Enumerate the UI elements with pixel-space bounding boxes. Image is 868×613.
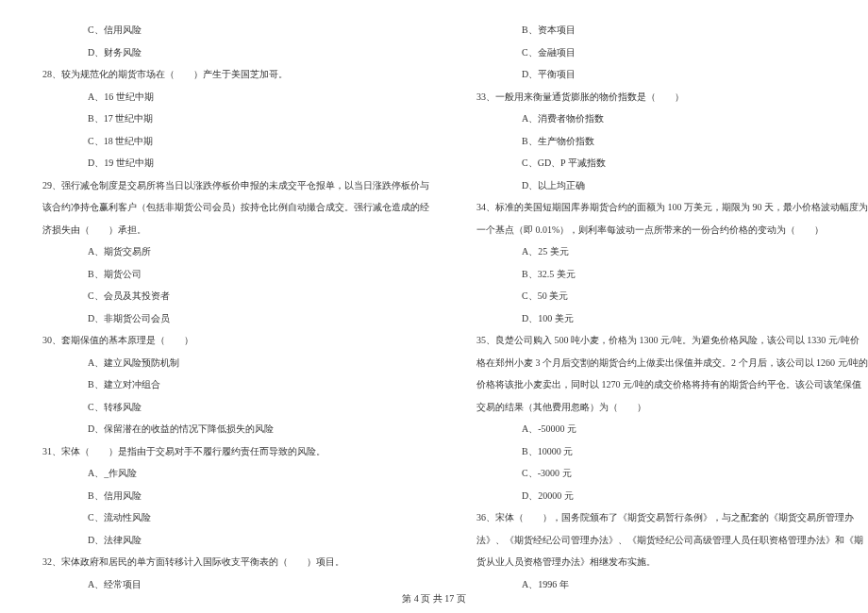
q33-option-b: B、生产物价指数 bbox=[476, 130, 868, 153]
q35-stem-line1: 35、良楚公司购入 500 吨小麦，价格为 1300 元/吨。为避免价格风险，该… bbox=[476, 329, 868, 352]
q27-option-d: D、财务风险 bbox=[42, 41, 429, 64]
q35-option-a: A、-50000 元 bbox=[476, 418, 868, 440]
q30-option-c: C、转移风险 bbox=[42, 396, 429, 419]
q29-stem-line1: 29、强行减仓制度是交易所将当日以涨跌停板价申报的未成交平仓报单，以当日涨跌停板… bbox=[42, 174, 429, 197]
q29-option-d: D、非期货公司会员 bbox=[42, 307, 429, 330]
q30-option-a: A、建立风险预防机制 bbox=[42, 352, 429, 374]
q28-option-c: C、18 世纪中期 bbox=[42, 130, 429, 153]
q31-option-c: C、流动性风险 bbox=[42, 506, 429, 529]
q31-stem: 31、宋体（ ）是指由于交易对手不履行履约责任而导致的风险。 bbox=[42, 440, 429, 463]
q35-stem-line4: 交易的结果（其他费用忽略）为（ ） bbox=[476, 396, 868, 419]
q36-stem-line2: 法》、《期货经纪公司管理办法》、《期货经纪公司高级管理人员任职资格管理办法》和《… bbox=[476, 529, 868, 552]
q31-option-b: B、信用风险 bbox=[42, 485, 429, 507]
left-column: C、信用风险 D、财务风险 28、较为规范化的期货市场在（ ）产生于美国芝加哥。… bbox=[28, 19, 453, 556]
q35-option-b: B、10000 元 bbox=[476, 440, 868, 463]
q28-option-a: A、16 世纪中期 bbox=[42, 86, 429, 108]
q34-option-a: A、25 美元 bbox=[476, 240, 868, 263]
q35-stem-line2: 格在郑州小麦 3 个月后交割的期货合约上做卖出保值并成交。2 个月后，该公司以 … bbox=[476, 352, 868, 374]
q31-option-d: D、法律风险 bbox=[42, 529, 429, 552]
q31-option-a: A、_作风险 bbox=[42, 462, 429, 485]
q36-stem-line1: 36、宋体（ ），国务院颁布了《期货交易暂行条例》，与之配套的《期货交易所管理办 bbox=[476, 506, 868, 529]
q28-option-d: D、19 世纪中期 bbox=[42, 152, 429, 174]
q27-option-c: C、信用风险 bbox=[42, 19, 429, 41]
q29-option-c: C、会员及其投资者 bbox=[42, 285, 429, 307]
page-body: C、信用风险 D、财务风险 28、较为规范化的期货市场在（ ）产生于美国芝加哥。… bbox=[0, 0, 868, 585]
q34-stem-line1: 34、标准的美国短期国库券期货合约的面额为 100 万美元，期限为 90 天，最… bbox=[476, 196, 868, 219]
q29-option-a: A、期货交易所 bbox=[42, 240, 429, 263]
q28-stem: 28、较为规范化的期货市场在（ ）产生于美国芝加哥。 bbox=[42, 63, 429, 86]
q34-option-c: C、50 美元 bbox=[476, 285, 868, 307]
q34-option-b: B、32.5 美元 bbox=[476, 263, 868, 286]
q30-stem: 30、套期保值的基本原理是（ ） bbox=[42, 329, 429, 352]
q29-stem-line2: 该合约净持仓赢利客户（包括非期货公司会员）按持仓比例自动撮合成交。强行减仓造成的… bbox=[42, 196, 429, 219]
q32-option-c: C、金融项目 bbox=[476, 41, 868, 64]
q33-stem: 33、一般用来衡量通货膨胀的物价指数是（ ） bbox=[476, 86, 868, 108]
q35-stem-line3: 价格将该批小麦卖出，同时以 1270 元/吨的成交价格将持有的期货合约平仓。该公… bbox=[476, 373, 868, 396]
page-footer: 第 4 页 共 17 页 bbox=[0, 592, 868, 605]
right-column: B、资本项目 C、金融项目 D、平衡项目 33、一般用来衡量通货膨胀的物价指数是… bbox=[453, 19, 868, 556]
q33-option-d: D、以上均正确 bbox=[476, 174, 868, 197]
q36-stem-line3: 货从业人员资格管理办法》相继发布实施。 bbox=[476, 551, 868, 573]
q28-option-b: B、17 世纪中期 bbox=[42, 108, 429, 130]
q30-option-b: B、建立对冲组合 bbox=[42, 373, 429, 396]
q35-option-d: D、20000 元 bbox=[476, 485, 868, 507]
q32-stem: 32、宋体政府和居民的单方面转移计入国际收支平衡表的（ ）项目。 bbox=[42, 551, 429, 573]
q30-option-d: D、保留潜在的收益的情况下降低损失的风险 bbox=[42, 418, 429, 440]
q32-option-d: D、平衡项目 bbox=[476, 63, 868, 86]
q29-option-b: B、期货公司 bbox=[42, 263, 429, 286]
q32-option-b: B、资本项目 bbox=[476, 19, 868, 41]
q33-option-c: C、GD、P 平减指数 bbox=[476, 152, 868, 174]
q34-stem-line2: 一个基点（即 0.01%），则利率每波动一点所带来的一份合约价格的变动为（ ） bbox=[476, 219, 868, 241]
q34-option-d: D、100 美元 bbox=[476, 307, 868, 330]
q29-stem-line3: 济损失由（ ）承担。 bbox=[42, 219, 429, 241]
q35-option-c: C、-3000 元 bbox=[476, 462, 868, 485]
q33-option-a: A、消费者物价指数 bbox=[476, 108, 868, 130]
